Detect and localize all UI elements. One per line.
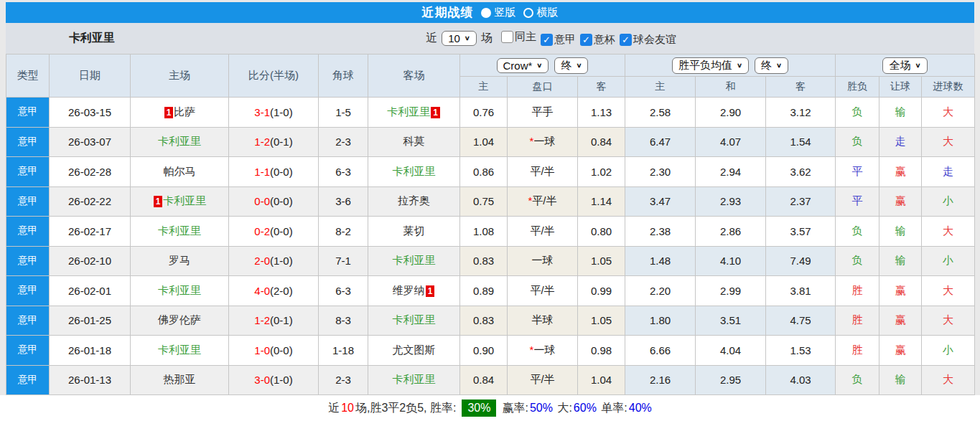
result-cell-2: 大 <box>922 217 975 247</box>
away-odds-cell: 1.04 <box>578 365 625 395</box>
filter-checkbox-同主[interactable]: 同主 <box>501 30 536 44</box>
filter-checkbox-意甲[interactable]: ✓意甲 <box>541 33 576 47</box>
summary-text: 单率: <box>598 401 627 416</box>
halftime-score: (1-0) <box>270 374 293 386</box>
halftime-score: (0-0) <box>270 344 293 356</box>
result-cell-0: 负 <box>836 217 879 247</box>
summary-bar: 近10场,胜3平2负5, 胜率:30%赢率:50% 大:60% 单率:40% <box>0 395 980 421</box>
mean-odds-cell-0: 6.47 <box>625 127 696 157</box>
team-name-text: 卡利亚里 <box>393 313 436 326</box>
handicap-cell: 一球 <box>508 246 578 276</box>
chevron-down-icon: ∨ <box>465 34 470 42</box>
filter-checkbox-意杯[interactable]: ✓意杯 <box>580 33 615 47</box>
radio-unselected-icon[interactable] <box>523 8 533 18</box>
mean-type-select[interactable]: 胜平负均值 ∨ <box>672 57 749 74</box>
odds-time-value: 终 <box>561 59 571 72</box>
team-name-text: 卡利亚里 <box>163 194 206 207</box>
odds-company-value: Crow* <box>503 60 533 72</box>
home-odds-cell: 0.75 <box>460 186 508 217</box>
match-date: 26-02-28 <box>50 157 131 187</box>
home-odds-cell: 1.04 <box>460 127 508 157</box>
home-team-cell: 罗马 <box>131 246 229 276</box>
match-row: 意甲26-02-221卡利亚里0-0(0-0)3-6拉齐奥0.75*平/半1.1… <box>6 186 975 217</box>
radio-label: 竖版 <box>495 6 516 19</box>
mean-odds-cell-0: 2.38 <box>625 217 696 247</box>
mean-odds-cell-2: 3.62 <box>766 157 836 187</box>
match-row: 意甲26-01-25佛罗伦萨1-2(0-1)8-3卡利亚里0.83半球1.051… <box>6 306 975 336</box>
home-odds-cell: 0.90 <box>460 336 508 366</box>
checkbox-checked-icon[interactable]: ✓ <box>541 34 553 46</box>
radio-selected-icon[interactable] <box>481 8 491 18</box>
mean-time-select[interactable]: 终 ∨ <box>755 57 788 74</box>
team-name-text: 帕尔马 <box>164 165 196 177</box>
match-row: 意甲26-01-18卡利亚里1-0(0-0)1-18尤文图斯0.90*一球0.9… <box>6 336 975 366</box>
home-team-cell: 帕尔马 <box>131 157 229 187</box>
handicap-cell: *一球 <box>508 336 578 366</box>
filter-checkbox-球会友谊[interactable]: ✓球会友谊 <box>620 33 676 47</box>
league-badge: 意甲 <box>6 98 50 128</box>
team-name-text: 罗马 <box>169 254 190 266</box>
home-odds-cell: 0.84 <box>460 365 508 395</box>
red-flag-badge: 1 <box>164 107 174 118</box>
mean-odds-cell-1: 2.93 <box>696 186 766 217</box>
handicap-text: 一球 <box>533 344 555 356</box>
away-team-cell: 尤文图斯 <box>368 336 460 366</box>
team-name-text: 维罗纳 <box>393 284 425 296</box>
summary-text: 40% <box>629 402 652 415</box>
team-name-text: 卡利亚里 <box>158 135 201 147</box>
score-cell: 3-0(1-0) <box>229 365 319 395</box>
result-cell-0: 负 <box>836 246 879 276</box>
home-odds-cell: 0.86 <box>460 157 508 187</box>
chevron-down-icon: ∨ <box>576 62 582 69</box>
halftime-score: (1-0) <box>270 106 293 118</box>
halftime-score: (0-0) <box>270 195 293 207</box>
team-name-text: 佛罗伦萨 <box>158 313 201 326</box>
sub-header-2: 客 <box>578 77 625 98</box>
odds-header-cell: Crow* ∨ 终 ∨ <box>460 55 625 77</box>
result-cell-2: 小 <box>922 336 975 366</box>
away-team-cell: 维罗纳1 <box>368 276 460 306</box>
handicap-cell: 平/半 <box>508 217 578 247</box>
scope-value: 全场 <box>889 59 910 72</box>
mean-odds-cell-2: 7.49 <box>766 246 836 276</box>
result-cell-1: 赢 <box>879 186 922 217</box>
layout-radio-vertical[interactable]: 竖版 <box>481 6 516 19</box>
league-badge: 意甲 <box>6 127 50 157</box>
mean-odds-cell-2: 1.53 <box>766 336 836 366</box>
handicap-text: 半球 <box>532 313 554 326</box>
filter-controls: 近 10 ∨ 场 同主✓意甲✓意杯✓球会友谊 <box>304 30 676 47</box>
checkbox-unchecked-icon[interactable] <box>501 31 513 43</box>
home-odds-cell: 0.89 <box>460 276 508 306</box>
match-date: 26-02-10 <box>50 246 131 276</box>
home-team-cell: 1卡利亚里 <box>131 186 229 217</box>
checkbox-checked-icon[interactable]: ✓ <box>620 34 632 46</box>
checkbox-checked-icon[interactable]: ✓ <box>580 34 592 46</box>
result-cell-0: 胜 <box>836 276 879 306</box>
team-name-text: 卡利亚里 <box>393 373 436 385</box>
away-team-cell: 莱切 <box>368 217 460 247</box>
score-cell: 4-0(2-0) <box>229 276 319 306</box>
result-cell-1: 赢 <box>879 276 922 306</box>
odds-company-select[interactable]: Crow* ∨ <box>497 58 549 73</box>
chevron-down-icon: ∨ <box>776 62 782 69</box>
scope-select[interactable]: 全场 ∨ <box>882 57 927 74</box>
mean-odds-cell-0: 2.58 <box>625 98 696 128</box>
match-date: 26-02-22 <box>50 186 131 217</box>
odds-time-select[interactable]: 终 ∨ <box>554 57 588 74</box>
red-flag-badge: 1 <box>431 107 440 118</box>
away-team-cell: 科莫 <box>368 127 460 157</box>
handicap-text: 一球 <box>533 135 555 147</box>
team-name-text: 拉齐奥 <box>398 194 430 207</box>
layout-radio-horizontal[interactable]: 横版 <box>523 6 559 19</box>
radio-label: 横版 <box>537 6 559 19</box>
handicap-cell: 平/半 <box>508 157 578 187</box>
games-label: 场 <box>481 31 493 46</box>
team-name-text: 卡利亚里 <box>393 165 436 177</box>
match-row: 意甲26-02-28帕尔马1-1(0-0)6-3卡利亚里0.86平/半1.022… <box>6 157 975 187</box>
red-flag-badge: 1 <box>426 285 435 297</box>
mean-odds-cell-2: 3.81 <box>766 276 836 306</box>
match-count-select[interactable]: 10 ∨ <box>442 31 477 46</box>
mean-odds-cell-1: 2.86 <box>696 217 766 247</box>
home-odds-cell: 0.76 <box>460 98 508 128</box>
chevron-down-icon: ∨ <box>915 62 920 69</box>
